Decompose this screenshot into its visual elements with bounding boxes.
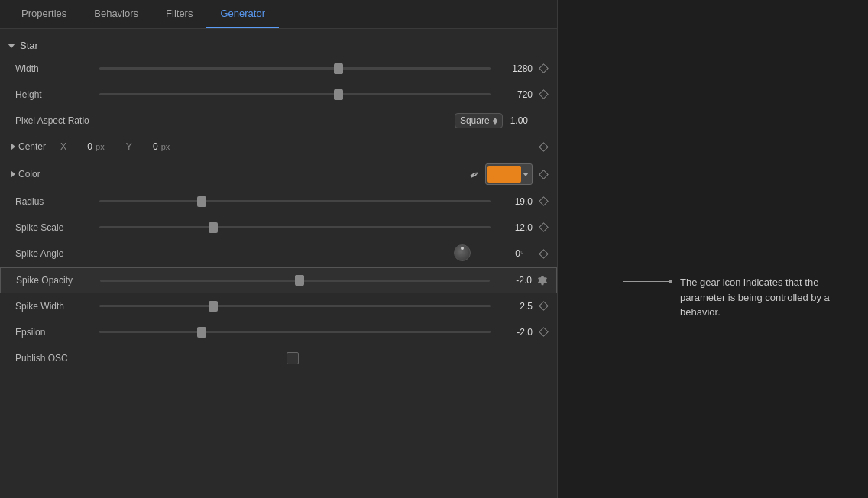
spike-width-slider-area[interactable] [99, 305, 491, 307]
tab-generator[interactable]: Generator [206, 0, 279, 28]
spike-angle-row: Spike Angle 0 ° [0, 241, 557, 267]
spike-opacity-gear-btn[interactable] [536, 274, 549, 286]
epsilon-keyframe-btn[interactable] [537, 326, 549, 338]
height-value: 720 [491, 89, 533, 100]
radius-slider-track [99, 200, 491, 202]
spike-width-label: Spike Width [15, 301, 99, 312]
center-coords: X 0 px Y 0 px [60, 141, 533, 152]
center-collapse-icon[interactable] [11, 143, 15, 150]
tabs-bar: Properties Behaviors Filters Generator [0, 0, 557, 29]
width-slider-area[interactable] [99, 67, 491, 70]
spike-width-slider-thumb[interactable] [209, 301, 218, 312]
width-keyframe-btn[interactable] [537, 63, 549, 75]
properties-panel: Star Width 1280 Height 720 [0, 29, 557, 498]
spike-angle-keyframe-diamond [539, 249, 549, 259]
tab-filters[interactable]: Filters [152, 0, 206, 28]
spike-scale-slider-thumb[interactable] [209, 222, 218, 233]
center-label: Center [18, 141, 60, 152]
x-axis-label: X [60, 141, 66, 152]
x-unit: px [96, 142, 105, 151]
spike-opacity-label: Spike Opacity [16, 275, 100, 286]
spike-angle-unit: ° [520, 249, 533, 258]
par-label: Pixel Aspect Ratio [15, 115, 99, 126]
radius-label: Radius [15, 196, 99, 207]
spike-scale-label: Spike Scale [15, 222, 99, 233]
par-arrow-down [493, 121, 497, 124]
width-value: 1280 [491, 63, 533, 74]
color-swatch [487, 166, 521, 183]
spike-angle-dial[interactable] [454, 244, 472, 263]
eyedropper-icon[interactable]: ✒ [466, 166, 482, 183]
connector-line [623, 281, 669, 282]
y-unit: px [161, 142, 170, 151]
color-collapse-icon[interactable] [11, 170, 15, 178]
center-keyframe-btn[interactable] [537, 141, 549, 153]
epsilon-slider-area[interactable] [99, 331, 491, 333]
section-star-header[interactable]: Star [0, 35, 557, 56]
dial-circle [454, 244, 471, 261]
tab-properties[interactable]: Properties [8, 0, 80, 28]
publish-osc-label: Publish OSC [15, 353, 99, 364]
spike-scale-value: 12.0 [491, 222, 533, 233]
publish-osc-spacer [533, 352, 549, 364]
epsilon-value: -2.0 [491, 327, 533, 338]
radius-slider-area[interactable] [99, 200, 491, 202]
spike-width-keyframe-diamond [539, 301, 549, 311]
radius-value: 19.0 [491, 196, 533, 207]
epsilon-slider-thumb[interactable] [197, 327, 206, 338]
publish-osc-checkbox[interactable] [287, 352, 299, 364]
width-keyframe-diamond [539, 63, 549, 73]
y-axis-label: Y [126, 141, 132, 152]
color-keyframe-btn[interactable] [537, 168, 549, 180]
color-actions: ✒ [60, 163, 533, 185]
spike-width-keyframe-btn[interactable] [537, 300, 549, 312]
par-dropdown[interactable]: Square [455, 113, 503, 128]
epsilon-label: Epsilon [15, 327, 99, 338]
par-numeric-value: 1.00 [510, 115, 528, 126]
spike-opacity-slider-thumb[interactable] [295, 275, 304, 286]
publish-osc-row: Publish OSC [0, 345, 557, 371]
spike-width-row: Spike Width 2.5 [0, 293, 557, 319]
width-slider-thumb[interactable] [334, 63, 343, 74]
pixel-aspect-ratio-row: Pixel Aspect Ratio Square 1.00 [0, 108, 557, 134]
height-slider-thumb[interactable] [334, 89, 343, 100]
spike-angle-keyframe-btn[interactable] [537, 247, 549, 260]
section-collapse-icon [8, 44, 15, 48]
spike-scale-keyframe-btn[interactable] [537, 222, 549, 234]
annotation-text: The gear icon indicates that the paramet… [680, 275, 833, 320]
color-swatch-btn[interactable] [485, 163, 533, 185]
spike-width-value: 2.5 [491, 301, 533, 312]
height-slider-track [99, 93, 491, 95]
dial-dot [461, 247, 464, 250]
height-row: Height 720 [0, 82, 557, 108]
connector-dot [669, 280, 672, 283]
radius-keyframe-btn[interactable] [537, 196, 549, 208]
spike-angle-dial-area [99, 244, 478, 263]
par-dropdown-value: Square [460, 115, 490, 126]
spike-opacity-row: Spike Opacity -2.0 [0, 267, 557, 293]
height-keyframe-diamond [539, 89, 549, 99]
color-row: Color ✒ [0, 160, 557, 189]
spike-scale-slider-area[interactable] [99, 226, 491, 228]
swatch-chevron-icon [523, 173, 529, 176]
spike-angle-label: Spike Angle [15, 248, 99, 259]
tab-behaviors[interactable]: Behaviors [80, 0, 152, 28]
spike-scale-row: Spike Scale 12.0 [0, 215, 557, 241]
radius-slider-thumb[interactable] [197, 196, 206, 207]
spike-scale-keyframe-diamond [539, 222, 549, 232]
width-slider-track [99, 67, 491, 70]
annotation-line: The gear icon indicates that the paramet… [623, 275, 853, 320]
radius-keyframe-diamond [539, 196, 549, 206]
gear-icon [537, 275, 548, 286]
par-arrows-icon [493, 118, 497, 124]
annotation: The gear icon indicates that the paramet… [623, 275, 853, 320]
height-keyframe-btn[interactable] [537, 89, 549, 101]
height-slider-area[interactable] [99, 93, 491, 95]
radius-row: Radius 19.0 [0, 189, 557, 215]
epsilon-keyframe-diamond [539, 327, 549, 337]
spike-opacity-slider-area[interactable] [100, 280, 490, 282]
center-row: Center X 0 px Y 0 px [0, 134, 557, 160]
x-value[interactable]: 0 [70, 141, 92, 152]
color-label: Color [18, 169, 60, 179]
y-value[interactable]: 0 [135, 141, 158, 152]
